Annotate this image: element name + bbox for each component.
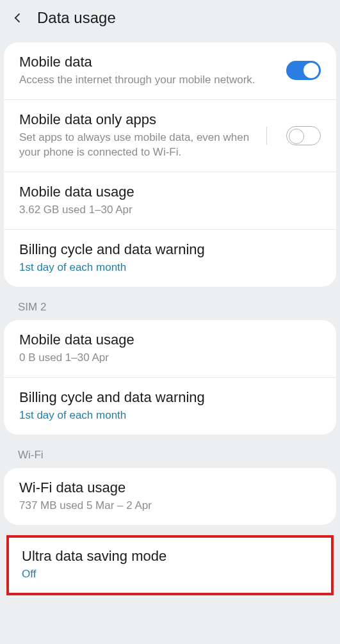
row-subtitle: 1st day of each month <box>19 408 321 423</box>
row-mobile-data-only-apps[interactable]: Mobile data only apps Set apps to always… <box>4 100 336 172</box>
header: Data usage <box>0 0 340 36</box>
row-title: Mobile data usage <box>19 184 321 200</box>
vertical-divider <box>266 127 267 145</box>
row-sim2-billing[interactable]: Billing cycle and data warning 1st day o… <box>4 378 336 435</box>
row-text: Billing cycle and data warning 1st day o… <box>19 241 321 275</box>
row-sim2-usage[interactable]: Mobile data usage 0 B used 1–30 Apr <box>4 320 336 378</box>
section-label-sim2: SIM 2 <box>0 287 340 320</box>
row-text: Wi-Fi data usage 737 MB used 5 Mar – 2 A… <box>19 479 321 513</box>
section-label-wifi: Wi-Fi <box>0 435 340 468</box>
section-sim2: Mobile data usage 0 B used 1–30 Apr Bill… <box>4 320 336 435</box>
row-text: Mobile data Access the internet through … <box>19 54 277 88</box>
row-mobile-data-usage[interactable]: Mobile data usage 3.62 GB used 1–30 Apr <box>4 172 336 230</box>
row-title: Wi-Fi data usage <box>19 479 321 496</box>
toggle-knob <box>289 129 304 144</box>
row-title: Mobile data <box>19 54 277 70</box>
row-subtitle: 0 B used 1–30 Apr <box>19 351 321 366</box>
row-title: Billing cycle and data warning <box>19 389 321 406</box>
row-title: Ultra data saving mode <box>22 548 318 565</box>
row-ultra-data-saving[interactable]: Ultra data saving mode Off <box>6 535 334 596</box>
row-mobile-data[interactable]: Mobile data Access the internet through … <box>4 42 336 100</box>
row-subtitle: 3.62 GB used 1–30 Apr <box>19 203 321 218</box>
row-text: Billing cycle and data warning 1st day o… <box>19 389 321 423</box>
row-text: Mobile data only apps Set apps to always… <box>19 111 266 160</box>
row-text: Mobile data usage 0 B used 1–30 Apr <box>19 332 321 366</box>
back-icon[interactable] <box>12 12 24 24</box>
row-billing-cycle[interactable]: Billing cycle and data warning 1st day o… <box>4 230 336 287</box>
row-subtitle: Off <box>22 567 318 582</box>
mobile-only-toggle[interactable] <box>286 126 321 145</box>
section-wifi: Wi-Fi data usage 737 MB used 5 Mar – 2 A… <box>4 468 336 525</box>
toggle-knob <box>304 63 319 78</box>
row-title: Mobile data usage <box>19 332 321 348</box>
row-title: Mobile data only apps <box>19 111 266 128</box>
row-text: Mobile data usage 3.62 GB used 1–30 Apr <box>19 184 321 218</box>
row-wifi-usage[interactable]: Wi-Fi data usage 737 MB used 5 Mar – 2 A… <box>4 468 336 525</box>
toggle-wrap <box>266 126 321 145</box>
mobile-data-toggle[interactable] <box>286 61 321 80</box>
row-subtitle: Set apps to always use mobile data, even… <box>19 131 266 160</box>
row-subtitle: 737 MB used 5 Mar – 2 Apr <box>19 499 321 513</box>
row-title: Billing cycle and data warning <box>19 241 321 258</box>
page-title: Data usage <box>37 9 116 27</box>
section-main: Mobile data Access the internet through … <box>4 42 336 287</box>
row-subtitle: Access the internet through your mobile … <box>19 73 277 88</box>
row-subtitle: 1st day of each month <box>19 261 321 275</box>
